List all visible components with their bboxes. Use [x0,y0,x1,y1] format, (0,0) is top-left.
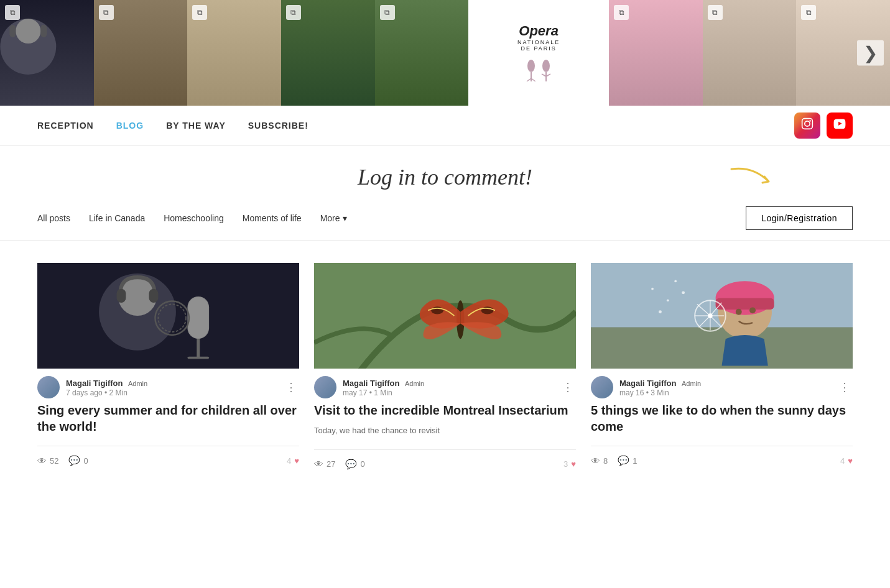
author-badge-2: Admin [405,380,424,387]
views-icon-3: 👁 [591,456,600,466]
post-views-1: 👁 52 [37,456,58,466]
post-image-2[interactable] [314,263,576,369]
cat-life-canada[interactable]: Life in Canada [89,213,145,223]
svg-point-49 [667,299,669,301]
instagram-icon [801,117,814,133]
post-stats-1: 👁 52 💬 0 4 ♥ [37,451,299,470]
author-avatar-1 [37,376,60,398]
author-name-2: Magali Tigiffon [343,379,399,388]
author-badge-1: Admin [128,380,147,387]
post-more-button-1[interactable]: ⋮ [283,380,299,394]
post-title-3[interactable]: 5 things we like to do when the sunny da… [591,402,853,434]
post-views-2: 👁 27 [314,459,335,469]
svg-point-1 [16,19,40,44]
post-comments-3: 💬 1 [618,455,637,466]
post-title-1[interactable]: Sing every summer and for children all o… [37,402,299,434]
svg-point-8 [542,60,550,72]
comments-icon-1: 💬 [68,455,80,466]
copy-icon-4[interactable]: ⧉ [286,5,301,20]
copy-icon-7[interactable]: ⧉ [614,5,629,20]
instagram-button[interactable] [794,113,820,139]
nav-social [794,113,853,139]
post-more-button-3[interactable]: ⋮ [837,380,853,394]
svg-point-4 [527,60,535,72]
copy-icon-3[interactable]: ⧉ [192,5,207,20]
svg-point-48 [682,291,685,294]
cat-more-dropdown[interactable]: More ▾ [320,213,347,223]
author-info-1: Magali Tigiffon Admin 7 days ago • 2 Min [66,377,283,397]
cat-all-posts[interactable]: All posts [37,213,70,223]
youtube-button[interactable] [827,113,853,139]
svg-line-10 [542,74,546,76]
copy-icon-1[interactable]: ⧉ [5,5,20,20]
strip-item-7: ⧉ [609,0,703,106]
svg-rect-19 [149,289,159,303]
youtube-icon [833,117,846,133]
blog-header: Log in to comment! [0,145,890,196]
image-strip: ⧉ ⧉ ⧉ ⧉ ⧉ Opera NATIONALE DE PARIS [0,0,890,106]
post-divider-2 [314,449,576,450]
svg-point-51 [659,310,662,313]
copy-icon-8[interactable]: ⧉ [708,5,723,20]
heart-icon-3: ♥ [848,456,853,466]
strip-item-8: ⧉ [703,0,797,106]
copy-icon-2[interactable]: ⧉ [99,5,114,20]
views-icon-1: 👁 [37,456,47,466]
category-bar: All posts Life in Canada Homeschooling M… [0,196,890,241]
post-likes-2[interactable]: 3 ♥ [563,459,576,469]
heart-icon-1: ♥ [294,456,299,466]
nav-subscribe[interactable]: SUBSCRIBE! [248,121,308,131]
svg-point-14 [809,120,811,122]
post-more-button-2[interactable]: ⋮ [560,380,576,394]
author-avatar-3 [591,376,613,398]
post-likes-1[interactable]: 4 ♥ [287,456,299,466]
strip-item-4: ⧉ [281,0,375,106]
nav-by-the-way[interactable]: BY THE WAY [166,121,226,131]
author-info-2: Magali Tigiffon Admin may 17 • 1 Min [343,377,560,397]
post-stats-3: 👁 8 💬 1 4 ♥ [591,451,853,470]
arrow-decoration [728,163,778,194]
strip-next-arrow[interactable]: ❯ [857,40,884,66]
nav-reception[interactable]: RECEPTION [37,121,94,131]
post-title-2[interactable]: Visit to the incredible Montreal Insecta… [314,402,576,418]
post-date-1: 7 days ago • 2 Min [66,388,283,397]
strip-item-9: ⧉ ❯ [796,0,890,106]
login-registration-button[interactable]: Login/Registration [746,206,853,230]
chevron-down-icon: ▾ [343,213,347,223]
copy-icon-9[interactable]: ⧉ [801,5,816,20]
cat-homeschooling[interactable]: Homeschooling [164,213,224,223]
svg-rect-21 [188,297,208,338]
post-image-1[interactable] [37,263,299,369]
svg-point-37 [749,307,756,313]
post-meta-3: Magali Tigiffon Admin may 16 • 3 Min ⋮ [591,369,853,402]
svg-rect-3 [40,25,47,37]
post-stats-2: 👁 27 💬 0 3 ♥ [314,455,576,474]
post-excerpt-2: Today, we had the chance to revisit [314,425,576,437]
cat-moments-of-life[interactable]: Moments of life [243,213,302,223]
post-divider-1 [37,446,299,446]
svg-rect-2 [9,25,16,37]
svg-line-6 [527,78,531,81]
post-card-3: Magali Tigiffon Admin may 16 • 3 Min ⋮ 5… [591,263,853,474]
post-date-2: may 17 • 1 Min [343,388,560,397]
svg-point-50 [674,280,677,282]
svg-line-11 [546,74,550,76]
post-likes-3[interactable]: 4 ♥ [840,456,853,466]
post-card-2: Magali Tigiffon Admin may 17 • 1 Min ⋮ V… [314,263,576,474]
svg-rect-12 [802,119,813,129]
cat-more-label: More [320,213,340,223]
comments-icon-2: 💬 [345,459,357,470]
copy-icon-5[interactable]: ⧉ [380,5,395,20]
strip-item-2: ⧉ [94,0,188,106]
svg-rect-23 [187,357,209,359]
nav-links: RECEPTION BLOG BY THE WAY SUBSCRIBE! [37,121,794,131]
nav-blog[interactable]: BLOG [116,121,144,131]
strip-item-opera: Opera NATIONALE DE PARIS [468,0,609,106]
post-image-3[interactable] [591,263,853,369]
posts-grid: Magali Tigiffon Admin 7 days ago • 2 Min… [0,241,890,496]
strip-item-5: ⧉ [375,0,469,106]
comments-icon-3: 💬 [618,455,629,466]
svg-rect-22 [197,339,200,358]
svg-rect-35 [716,298,774,310]
svg-point-13 [805,121,810,126]
